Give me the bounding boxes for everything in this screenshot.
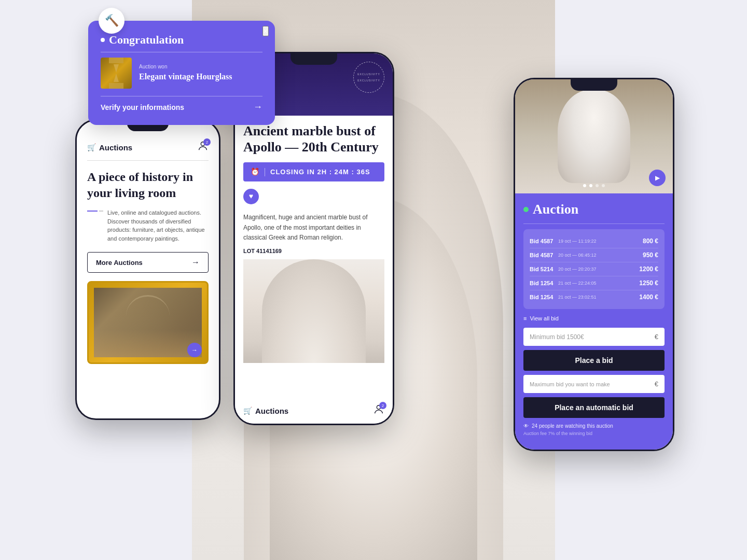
painting-image: → bbox=[87, 281, 209, 364]
lot-number: LOT 41141169 bbox=[243, 248, 384, 254]
view-all-label: View all bid bbox=[530, 315, 558, 321]
close-label: × bbox=[264, 27, 268, 35]
heart-icon[interactable]: ♥ bbox=[243, 189, 259, 204]
mid-logo-text: Auctions bbox=[255, 407, 288, 415]
phone-right: ▶ Auction Bid 4587 19 oct — 11:19:22 800… bbox=[514, 78, 674, 451]
bid-row-1: Bid 4587 19 oct — 11:19:22 800 € bbox=[530, 234, 658, 248]
bid-id-4: Bid 1254 bbox=[530, 280, 558, 286]
watchers-info: 👁 24 people are watching this auction bbox=[523, 423, 665, 429]
view-all-bids[interactable]: ≡ View all bid bbox=[523, 315, 665, 321]
bid-date-1: 19 oct — 11:19:22 bbox=[558, 239, 643, 244]
bid-amount-3: 1200 € bbox=[639, 265, 658, 273]
auction-won-label: Auction won bbox=[139, 64, 232, 69]
play-icon: ▶ bbox=[655, 174, 660, 182]
more-auctions-arrow: → bbox=[191, 258, 200, 267]
image-dots bbox=[583, 184, 605, 187]
auto-bid-currency: € bbox=[655, 380, 658, 388]
left-sub: Live, online and catalogued auctions. Di… bbox=[87, 208, 209, 243]
auto-bid-label: Place an automatic bid bbox=[555, 403, 633, 412]
mid-badge: 2 bbox=[379, 402, 386, 409]
timer-icon: ⏰ bbox=[251, 167, 259, 176]
bid-id-1: Bid 4587 bbox=[530, 238, 558, 244]
shopping-icon: 🛒 bbox=[87, 143, 96, 152]
auto-bid-field[interactable]: Maximum bid you want to make € bbox=[523, 375, 665, 393]
mid-timer: ⏰ CLOSING IN 2H : 24M : 36S bbox=[243, 162, 384, 181]
bid-row-2: Bid 4587 20 oct — 06:45:12 950 € bbox=[530, 248, 658, 262]
phone-left: 🛒 Auctions 2 A piece of history in your … bbox=[75, 119, 220, 420]
live-dot bbox=[523, 207, 529, 212]
fee-info: Auction fee 7% of the winning bid bbox=[523, 431, 665, 436]
bid-row-5: Bid 1254 21 oct — 23:02:51 1400 € bbox=[530, 290, 658, 304]
bid-row-3: Bid 5214 20 oct — 20:20:37 1200 € bbox=[530, 262, 658, 276]
phone-mid-notch bbox=[290, 53, 337, 65]
verify-arrow: → bbox=[253, 102, 262, 113]
min-bid-placeholder: Minimum bid 1500€ bbox=[530, 333, 584, 341]
left-logo-text: Auctions bbox=[99, 143, 132, 152]
place-auto-bid-button[interactable]: Place an automatic bid bbox=[523, 397, 665, 418]
verify-button[interactable]: Verify your informations → bbox=[101, 102, 262, 113]
mid-statue-image bbox=[243, 259, 384, 363]
hammer-icon: 🔨 bbox=[99, 8, 125, 34]
exclusivity-text: EXCLUSIVITY•EXCLUSIVITY bbox=[357, 73, 380, 82]
mid-description: Magnificent, huge and ancient marble bus… bbox=[243, 213, 384, 243]
bid-amount-4: 1250 € bbox=[639, 279, 658, 287]
hammer-emoji: 🔨 bbox=[105, 14, 119, 27]
popup-close-button[interactable]: × bbox=[262, 26, 269, 36]
right-image: ▶ bbox=[515, 79, 673, 193]
popup-item: Auction won Elegant vintage Hourglass bbox=[101, 58, 262, 89]
left-phone-logo: 🛒 Auctions bbox=[87, 143, 132, 152]
left-hero-text: A piece of history in your living room bbox=[87, 169, 209, 201]
bid-row-4: Bid 1254 21 oct — 22:24:05 1250 € bbox=[530, 276, 658, 290]
auto-bid-placeholder: Maximum bid you want to make bbox=[530, 381, 610, 387]
bids-table: Bid 4587 19 oct — 11:19:22 800 € Bid 458… bbox=[523, 229, 665, 309]
play-button[interactable]: ▶ bbox=[649, 170, 666, 186]
left-user-icon[interactable]: 2 bbox=[197, 141, 209, 154]
place-bid-button[interactable]: Place a bid bbox=[523, 350, 665, 371]
timer-text: CLOSING IN 2H : 24M : 36S bbox=[270, 168, 370, 176]
left-divider bbox=[87, 160, 209, 161]
place-bid-label: Place a bid bbox=[575, 356, 613, 365]
bid-date-5: 21 oct — 23:02:51 bbox=[558, 295, 639, 300]
mid-shopping-icon: 🛒 bbox=[243, 407, 252, 415]
congratulation-popup: 🔨 × Congratulation Auction won Elegant v… bbox=[88, 21, 275, 125]
more-auctions-button[interactable]: More Auctions → bbox=[87, 252, 209, 273]
bid-id-5: Bid 1254 bbox=[530, 294, 558, 300]
popup-dot bbox=[101, 38, 105, 42]
more-auctions-label: More Auctions bbox=[96, 259, 143, 267]
congrat-text: Congratulation bbox=[109, 33, 184, 47]
eye-icon: 👁 bbox=[523, 423, 529, 429]
left-sub-text: Live, online and catalogued auctions. Di… bbox=[107, 208, 209, 243]
bid-id-3: Bid 5214 bbox=[530, 266, 558, 272]
exclusivity-badge: EXCLUSIVITY•EXCLUSIVITY bbox=[353, 62, 384, 93]
verify-label: Verify your informations bbox=[101, 103, 184, 111]
item-title: Elegant vintage Hourglass bbox=[139, 72, 232, 82]
right-body: Auction Bid 4587 19 oct — 11:19:22 800 €… bbox=[515, 193, 673, 450]
bid-id-2: Bid 4587 bbox=[530, 252, 558, 258]
bid-amount-2: 950 € bbox=[643, 251, 658, 259]
mid-logo: 🛒 Auctions bbox=[243, 407, 288, 415]
bid-amount-1: 800 € bbox=[643, 237, 658, 245]
min-bid-currency: € bbox=[655, 333, 658, 341]
bid-date-4: 21 oct — 22:24:05 bbox=[558, 281, 639, 286]
watchers-count: 24 people are watching this auction bbox=[532, 423, 613, 429]
right-divider bbox=[523, 223, 665, 224]
auction-title-text: Auction bbox=[533, 202, 578, 217]
phone-right-notch bbox=[571, 79, 617, 91]
popup-divider bbox=[101, 52, 262, 52]
popup-divider2 bbox=[101, 96, 262, 96]
menu-icon: ≡ bbox=[523, 315, 527, 321]
auction-section-title: Auction bbox=[523, 202, 665, 217]
bid-amount-5: 1400 € bbox=[639, 293, 658, 301]
mid-body: Ancient marble bust of Apollo — 20th Cen… bbox=[235, 116, 393, 370]
mid-title: Ancient marble bust of Apollo — 20th Cen… bbox=[243, 123, 384, 155]
mid-user-icon[interactable]: 2 bbox=[373, 404, 384, 417]
bid-date-3: 20 oct — 20:20:37 bbox=[558, 267, 639, 272]
min-bid-field[interactable]: Minimum bid 1500€ € bbox=[523, 328, 665, 346]
mid-header-bar: 🛒 Auctions 2 bbox=[235, 398, 393, 424]
popup-title: Congratulation bbox=[101, 33, 262, 47]
item-image bbox=[101, 58, 132, 89]
left-badge: 2 bbox=[203, 138, 211, 146]
bid-date-2: 20 oct — 06:45:12 bbox=[558, 253, 643, 258]
